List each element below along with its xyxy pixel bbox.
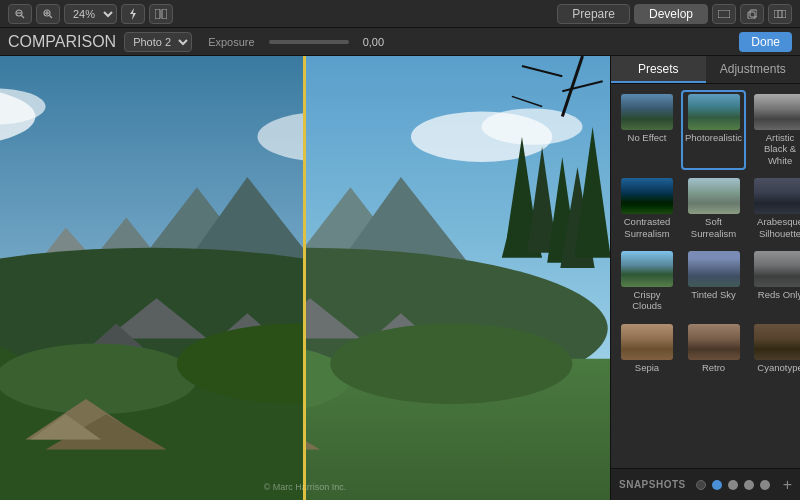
- svg-rect-13: [774, 10, 786, 18]
- preset-thumb-soft-surr: [688, 178, 740, 214]
- preset-item-contrasted-surr[interactable]: Contrasted Surrealism: [617, 174, 677, 243]
- preset-thumb-arabesque: [754, 178, 800, 214]
- preset-thumb-cyanotype: [754, 324, 800, 360]
- svg-line-4: [50, 15, 53, 18]
- panel-tabs: Presets Adjustments: [611, 56, 800, 84]
- top-toolbar: 24% Prepare Develop: [0, 0, 800, 28]
- preset-thumb-reds-only: [754, 251, 800, 287]
- preset-thumb-tinted-sky: [688, 251, 740, 287]
- snapshot-dot-0[interactable]: [696, 480, 706, 490]
- preset-label-sepia: Sepia: [635, 362, 659, 373]
- exposure-slider[interactable]: [269, 40, 349, 44]
- preset-label-photorealistic: Photorealistic: [685, 132, 742, 143]
- preset-label-arabesque: Arabesque Silhouette: [754, 216, 800, 239]
- snapshot-add-button[interactable]: +: [783, 477, 792, 493]
- photo-select[interactable]: Photo 2: [124, 32, 192, 52]
- window-button-2[interactable]: [740, 4, 764, 24]
- preset-item-no-effect[interactable]: No Effect: [617, 90, 677, 170]
- zoom-out-button[interactable]: [8, 4, 32, 24]
- preset-label-artistic-bw: Artistic Black & White: [754, 132, 800, 166]
- snapshot-dot-4[interactable]: [760, 480, 770, 490]
- image-panel: © Marc Harrison Inc.: [0, 56, 610, 500]
- preset-thumb-photorealistic: [688, 94, 740, 130]
- lightning-button[interactable]: [121, 4, 145, 24]
- snapshot-dot-3[interactable]: [744, 480, 754, 490]
- window-button-3[interactable]: [768, 4, 792, 24]
- preset-item-cyanotype[interactable]: Cyanotype: [750, 320, 800, 377]
- preset-item-sepia[interactable]: Sepia: [617, 320, 677, 377]
- svg-rect-14: [778, 10, 782, 18]
- window-button-1[interactable]: [712, 4, 736, 24]
- zoom-select[interactable]: 24%: [64, 4, 117, 24]
- snapshot-dot-2[interactable]: [728, 480, 738, 490]
- preset-thumb-contrasted-surr: [621, 178, 673, 214]
- preset-item-arabesque[interactable]: Arabesque Silhouette: [750, 174, 800, 243]
- svg-marker-7: [130, 8, 136, 20]
- exposure-label: Exposure: [208, 36, 254, 48]
- snapshots-bar: SNAPSHOTS +: [611, 468, 800, 500]
- second-toolbar: COMPARISON Photo 2 Exposure 0,00 Done: [0, 28, 800, 56]
- tab-presets[interactable]: Presets: [611, 56, 706, 83]
- split-view-button[interactable]: [149, 4, 173, 24]
- tab-adjustments[interactable]: Adjustments: [706, 56, 801, 83]
- preset-item-reds-only[interactable]: Reds Only: [750, 247, 800, 316]
- exposure-value: 0,00: [363, 36, 393, 48]
- svg-rect-9: [162, 9, 167, 19]
- svg-rect-12: [750, 10, 757, 17]
- presets-grid: No EffectPhotorealisticArtistic Black & …: [611, 84, 800, 468]
- preset-item-tinted-sky[interactable]: Tinted Sky: [681, 247, 746, 316]
- preset-label-soft-surr: Soft Surrealism: [685, 216, 742, 239]
- develop-mode-button[interactable]: Develop: [634, 4, 708, 24]
- svg-point-47: [330, 323, 572, 404]
- preset-thumb-artistic-bw: [754, 94, 800, 130]
- preset-label-retro: Retro: [702, 362, 725, 373]
- preset-item-soft-surr[interactable]: Soft Surrealism: [681, 174, 746, 243]
- snapshots-label: SNAPSHOTS: [619, 479, 686, 490]
- preset-label-reds-only: Reds Only: [758, 289, 800, 300]
- snapshot-dot-1[interactable]: [712, 480, 722, 490]
- svg-rect-11: [748, 12, 755, 19]
- right-panel: Presets Adjustments No EffectPhotorealis…: [610, 56, 800, 500]
- preset-item-retro[interactable]: Retro: [681, 320, 746, 377]
- comparison-container: © Marc Harrison Inc.: [0, 56, 610, 500]
- svg-line-1: [22, 15, 25, 18]
- preset-thumb-crispy-clouds: [621, 251, 673, 287]
- comparison-label: COMPARISON: [8, 33, 116, 51]
- preset-label-cyanotype: Cyanotype: [757, 362, 800, 373]
- prepare-mode-button[interactable]: Prepare: [557, 4, 630, 24]
- preset-thumb-retro: [688, 324, 740, 360]
- preset-item-artistic-bw[interactable]: Artistic Black & White: [750, 90, 800, 170]
- preset-item-crispy-clouds[interactable]: Crispy Clouds: [617, 247, 677, 316]
- preset-label-tinted-sky: Tinted Sky: [691, 289, 736, 300]
- photo-left: [0, 56, 305, 500]
- preset-item-photorealistic[interactable]: Photorealistic: [681, 90, 746, 170]
- zoom-fit-button[interactable]: [36, 4, 60, 24]
- preset-label-contrasted-surr: Contrasted Surrealism: [621, 216, 673, 239]
- main-area: © Marc Harrison Inc. Presets Adjustments…: [0, 56, 800, 500]
- done-button[interactable]: Done: [739, 32, 792, 52]
- preset-label-crispy-clouds: Crispy Clouds: [621, 289, 673, 312]
- svg-rect-8: [155, 9, 160, 19]
- svg-rect-10: [718, 10, 730, 18]
- preset-thumb-sepia: [621, 324, 673, 360]
- svg-point-20: [482, 108, 583, 144]
- preset-label-no-effect: No Effect: [628, 132, 667, 143]
- svg-point-81: [0, 344, 197, 415]
- preset-thumb-no-effect: [621, 94, 673, 130]
- comparison-divider[interactable]: [304, 56, 306, 500]
